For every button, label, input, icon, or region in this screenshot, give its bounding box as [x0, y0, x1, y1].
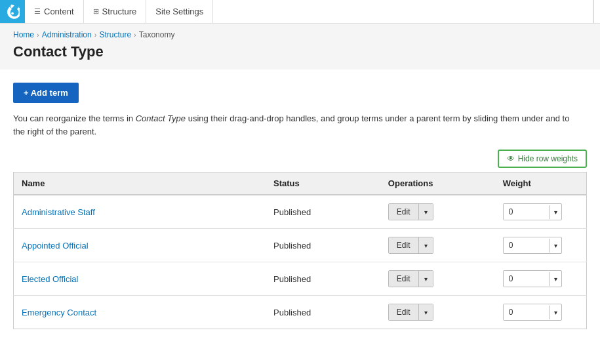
term-status-cell: Published: [266, 296, 380, 329]
weight-value: 0: [504, 304, 550, 320]
term-operations-cell: Edit ▾: [380, 296, 495, 329]
page-title: Contact Type: [13, 43, 587, 60]
breadcrumb-structure[interactable]: Structure: [99, 30, 131, 39]
weight-dropdown-button[interactable]: ▾: [550, 272, 561, 286]
term-name-link[interactable]: Elected Official: [22, 274, 78, 284]
terms-table: Name Status Operations Weight Administra…: [13, 172, 587, 329]
term-weight-cell: 0 ▾: [495, 262, 587, 296]
term-weight-cell: 0 ▾: [495, 296, 587, 329]
nav-end: [593, 0, 600, 23]
edit-btn-group: Edit ▾: [388, 304, 433, 321]
breadcrumb-area: Home › Administration › Structure › Taxo…: [0, 24, 600, 70]
weight-input-group: 0 ▾: [503, 237, 562, 254]
term-operations-cell: Edit ▾: [380, 229, 495, 262]
weight-dropdown-button[interactable]: ▾: [550, 239, 561, 253]
structure-icon: ⊞: [93, 7, 99, 16]
table-row: Administrative Staff Published Edit ▾ 0 …: [14, 195, 587, 229]
hide-row-weights-button[interactable]: 👁 Hide row weights: [498, 150, 587, 168]
edit-button[interactable]: Edit: [389, 271, 418, 287]
content-tab[interactable]: ☰ Content: [25, 0, 84, 23]
col-header-weight: Weight: [495, 172, 587, 195]
weight-value: 0: [504, 237, 550, 253]
svg-point-0: [11, 12, 14, 14]
edit-button[interactable]: Edit: [389, 304, 418, 320]
term-name-link[interactable]: Administrative Staff: [22, 207, 95, 217]
edit-dropdown-button[interactable]: ▾: [418, 204, 433, 220]
edit-button[interactable]: Edit: [389, 237, 418, 253]
breadcrumb-administration[interactable]: Administration: [42, 30, 92, 39]
edit-button[interactable]: Edit: [389, 204, 418, 220]
site-settings-tab-label: Site Settings: [155, 7, 203, 16]
col-header-status: Status: [266, 172, 380, 195]
term-name-link[interactable]: Emergency Contact: [22, 308, 96, 317]
term-name-cell: Appointed Official: [14, 229, 266, 262]
content-tab-label: Content: [44, 7, 74, 16]
content-icon: ☰: [34, 7, 41, 16]
term-status-cell: Published: [266, 229, 380, 262]
edit-btn-group: Edit ▾: [388, 203, 433, 220]
structure-tab-label: Structure: [102, 7, 137, 16]
weight-input-group: 0 ▾: [503, 304, 562, 321]
weight-input-group: 0 ▾: [503, 203, 562, 220]
breadcrumb: Home › Administration › Structure › Taxo…: [13, 30, 587, 39]
breadcrumb-sep-1: ›: [37, 31, 39, 39]
term-status-cell: Published: [266, 262, 380, 296]
edit-btn-group: Edit ▾: [388, 237, 433, 254]
description-text: You can reorganize the terms in Contact …: [13, 112, 584, 138]
site-settings-tab[interactable]: Site Settings: [146, 0, 213, 23]
hide-weights-label: Hide row weights: [518, 154, 578, 163]
weight-input-group: 0 ▾: [503, 270, 562, 287]
breadcrumb-sep-2: ›: [94, 31, 97, 39]
col-header-operations: Operations: [380, 172, 495, 195]
drupal-logo[interactable]: [0, 0, 25, 23]
term-weight-cell: 0 ▾: [495, 195, 587, 229]
breadcrumb-sep-3: ›: [134, 31, 136, 39]
term-name-cell: Emergency Contact: [14, 296, 266, 329]
status-badge: Published: [273, 207, 311, 217]
eye-icon: 👁: [507, 154, 515, 163]
term-name-cell: Elected Official: [14, 262, 266, 296]
edit-btn-group: Edit ▾: [388, 270, 433, 287]
table-toolbar: 👁 Hide row weights: [13, 150, 587, 168]
table-row: Emergency Contact Published Edit ▾ 0 ▾: [14, 296, 587, 329]
table-row: Elected Official Published Edit ▾ 0 ▾: [14, 262, 587, 296]
term-name-cell: Administrative Staff: [14, 195, 266, 229]
term-operations-cell: Edit ▾: [380, 262, 495, 296]
breadcrumb-home[interactable]: Home: [13, 30, 34, 39]
term-status-cell: Published: [266, 195, 380, 229]
status-badge: Published: [273, 274, 311, 284]
table-header-row: Name Status Operations Weight: [14, 172, 587, 195]
weight-dropdown-button[interactable]: ▾: [550, 205, 561, 219]
weight-dropdown-button[interactable]: ▾: [550, 306, 561, 319]
edit-dropdown-button[interactable]: ▾: [418, 237, 433, 253]
weight-value: 0: [504, 204, 550, 220]
top-navigation: ☰ Content ⊞ Structure Site Settings: [0, 0, 600, 24]
term-weight-cell: 0 ▾: [495, 229, 587, 262]
structure-tab[interactable]: ⊞ Structure: [84, 0, 147, 23]
edit-dropdown-button[interactable]: ▾: [418, 304, 433, 320]
status-badge: Published: [273, 308, 311, 317]
term-name-link[interactable]: Appointed Official: [22, 241, 89, 251]
term-operations-cell: Edit ▾: [380, 195, 495, 229]
table-row: Appointed Official Published Edit ▾ 0 ▾: [14, 229, 587, 262]
add-term-button[interactable]: + Add term: [13, 83, 79, 103]
breadcrumb-taxonomy: Taxonomy: [139, 30, 175, 39]
nav-spacer: [213, 0, 593, 23]
status-badge: Published: [273, 241, 311, 251]
col-header-name: Name: [14, 172, 266, 195]
main-content: + Add term You can reorganize the terms …: [0, 70, 600, 342]
edit-dropdown-button[interactable]: ▾: [418, 271, 433, 287]
weight-value: 0: [504, 271, 550, 287]
